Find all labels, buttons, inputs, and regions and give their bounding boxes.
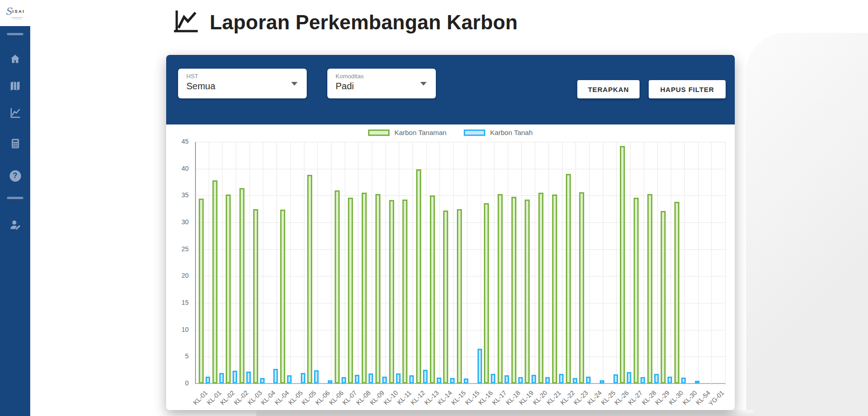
bar-karbon-tanaman <box>389 200 394 384</box>
bar-karbon-tanaman <box>212 180 217 384</box>
bar-karbon-tanaman <box>498 194 503 384</box>
y-tick-label: 35 <box>172 191 189 199</box>
bar-karbon-tanah <box>301 373 305 384</box>
bar-karbon-tanah <box>586 377 591 384</box>
grid-line-v <box>725 142 726 386</box>
grid-line-h <box>195 142 725 142</box>
bar-karbon-tanaman <box>239 188 244 384</box>
grid-line-v <box>222 142 222 386</box>
logo-text: ISAI <box>12 9 25 14</box>
filter-bar: HST Semua Komoditas Padi TERAPKAN HAPUS … <box>166 55 735 124</box>
bar-karbon-tanaman <box>280 210 285 384</box>
bar-karbon-tanaman <box>416 169 421 384</box>
bar-karbon-tanah <box>450 378 455 384</box>
bar-karbon-tanah <box>600 380 604 384</box>
komoditas-select-label: Komoditas <box>336 73 429 80</box>
bar-karbon-tanaman <box>348 198 353 384</box>
sidebar-item-calculator[interactable] <box>0 137 30 151</box>
map-icon <box>9 80 21 94</box>
grid-line-v <box>630 142 630 386</box>
home-icon <box>9 53 21 67</box>
apply-filter-button[interactable]: TERAPKAN <box>577 80 640 98</box>
bar-karbon-tanah <box>328 380 332 384</box>
bar-karbon-tanaman <box>226 194 231 384</box>
legend-item-karbon-tanaman[interactable]: Karbon Tanaman <box>368 129 446 136</box>
bar-karbon-tanah <box>260 378 265 384</box>
sidebar-item-map[interactable] <box>0 80 30 94</box>
grid-line-v <box>684 142 685 386</box>
grid-line-v <box>317 142 318 386</box>
grid-line-v <box>345 142 345 386</box>
bar-karbon-tanah <box>287 375 292 384</box>
bar-karbon-tanah <box>409 375 414 384</box>
bar-karbon-tanaman <box>552 194 557 384</box>
grid-line-v <box>711 142 712 386</box>
chevron-down-icon <box>291 82 298 86</box>
grid-line-v <box>385 142 386 386</box>
grid-line-v <box>616 142 617 386</box>
y-tick-label: 15 <box>172 299 189 306</box>
bar-karbon-tanah <box>233 371 237 384</box>
bar-karbon-tanah <box>573 378 577 384</box>
bar-karbon-tanah <box>613 374 618 384</box>
y-tick-label: 25 <box>172 245 189 253</box>
legend-label: Karbon Tanaman <box>394 129 446 136</box>
bar-karbon-tanaman <box>443 211 448 384</box>
y-tick-label: 5 <box>172 352 189 360</box>
bar-karbon-tanah <box>667 377 672 384</box>
chevron-down-icon <box>420 82 427 86</box>
grid-line-v <box>250 142 250 386</box>
app-logo[interactable]: S ISAI <box>0 0 30 26</box>
sidebar-divider-bottom <box>7 197 23 199</box>
bar-karbon-tanaman <box>511 197 516 384</box>
bar-karbon-tanaman <box>402 200 407 384</box>
hst-select[interactable]: HST Semua <box>178 69 307 98</box>
plot-area: 051015202530354045KL-01KL-01KL-02KL-02KL… <box>195 142 725 384</box>
sidebar-item-profile[interactable] <box>0 219 30 232</box>
bar-karbon-tanaman <box>674 202 679 384</box>
logo-tagline <box>11 17 23 18</box>
grid-line-v <box>372 142 372 386</box>
bar-karbon-tanah <box>396 373 401 384</box>
grid-line-v <box>467 142 467 386</box>
line-chart-icon <box>173 9 200 36</box>
hst-select-value: Semua <box>186 81 299 92</box>
logo-tagline-2 <box>13 19 21 20</box>
sidebar: S ISAI <box>0 0 30 416</box>
sidebar-item-home[interactable] <box>0 53 30 67</box>
grid-line-v <box>548 142 549 386</box>
bar-karbon-tanaman <box>307 175 312 384</box>
bar-karbon-tanah <box>518 377 523 384</box>
grid-line-v <box>603 142 603 386</box>
grid-line-v <box>575 142 576 386</box>
clear-filter-button[interactable]: HAPUS FILTER <box>649 80 726 98</box>
line-chart-icon <box>9 107 21 121</box>
grid-line-v <box>263 142 263 386</box>
grid-line-v <box>671 142 671 386</box>
sidebar-item-help[interactable]: ? <box>0 169 30 183</box>
y-tick-label: 40 <box>172 165 189 172</box>
grid-line-v <box>236 142 236 386</box>
bar-karbon-tanah <box>695 381 700 384</box>
komoditas-select[interactable]: Komoditas Padi <box>327 69 436 98</box>
bar-karbon-tanah <box>477 349 482 384</box>
legend-item-karbon-tanah[interactable]: Karbon Tanah <box>464 129 532 136</box>
bar-karbon-tanah <box>545 377 550 384</box>
grid-line-v <box>494 142 494 386</box>
grid-line-v <box>277 142 277 386</box>
bar-karbon-tanaman <box>579 192 584 384</box>
sidebar-item-reports[interactable] <box>0 107 30 121</box>
page-header: Laporan Perkembangan Karbon <box>173 9 518 36</box>
bar-karbon-tanaman <box>335 190 340 384</box>
bar-karbon-tanah <box>342 377 346 384</box>
bar-karbon-tanaman <box>362 193 367 384</box>
grid-line-v <box>644 142 644 386</box>
bar-karbon-tanah <box>382 377 387 384</box>
bar-karbon-tanah <box>355 375 359 384</box>
bar-karbon-tanah <box>206 377 210 384</box>
bar-karbon-tanah <box>532 375 536 384</box>
hst-select-label: HST <box>186 73 299 80</box>
bar-karbon-tanaman <box>525 200 530 384</box>
bar-karbon-tanah <box>654 374 659 384</box>
y-tick-label: 45 <box>172 138 189 145</box>
